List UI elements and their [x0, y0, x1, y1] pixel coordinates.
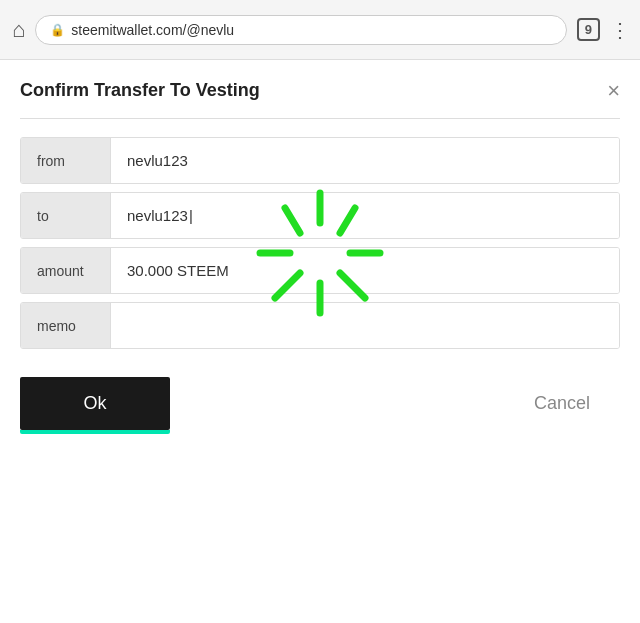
from-value: nevlu123: [111, 138, 619, 183]
dialog-title: Confirm Transfer To Vesting: [20, 80, 260, 101]
address-bar[interactable]: 🔒 steemitwallet.com/@nevlu: [35, 15, 566, 45]
address-text: steemitwallet.com/@nevlu: [71, 22, 234, 38]
to-row: to nevlu123: [20, 192, 620, 239]
to-label: to: [21, 193, 111, 238]
page-content: Confirm Transfer To Vesting × from nevlu…: [0, 60, 640, 623]
form-area: from nevlu123 to nevlu123 amount 30.000 …: [20, 137, 620, 349]
memo-row: memo: [20, 302, 620, 349]
action-buttons: Ok Cancel: [20, 377, 620, 430]
memo-value[interactable]: [111, 303, 619, 348]
amount-label: amount: [21, 248, 111, 293]
cancel-button[interactable]: Cancel: [504, 377, 620, 430]
amount-value: 30.000 STEEM: [111, 248, 619, 293]
dialog: Confirm Transfer To Vesting × from nevlu…: [0, 60, 640, 454]
home-icon[interactable]: ⌂: [12, 17, 25, 43]
tab-badge[interactable]: 9: [577, 18, 600, 41]
dialog-header: Confirm Transfer To Vesting ×: [20, 80, 620, 102]
from-row: from nevlu123: [20, 137, 620, 184]
memo-label: memo: [21, 303, 111, 348]
browser-chrome: ⌂ 🔒 steemitwallet.com/@nevlu 9 ⋮: [0, 0, 640, 60]
lock-icon: 🔒: [50, 23, 65, 37]
menu-icon[interactable]: ⋮: [610, 18, 628, 42]
ok-button[interactable]: Ok: [20, 377, 170, 430]
from-label: from: [21, 138, 111, 183]
divider: [20, 118, 620, 119]
close-button[interactable]: ×: [607, 80, 620, 102]
to-value[interactable]: nevlu123: [111, 193, 619, 238]
amount-row: amount 30.000 STEEM: [20, 247, 620, 294]
